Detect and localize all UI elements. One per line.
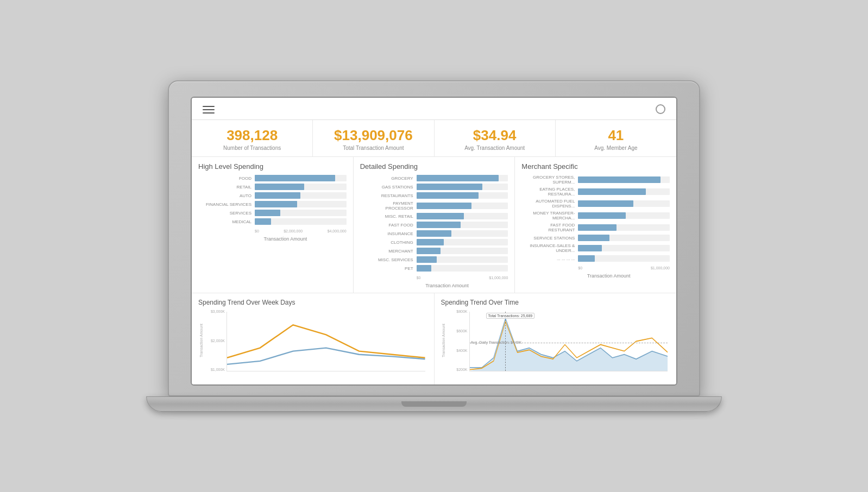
high-level-title: High Level Spending bbox=[198, 162, 347, 171]
detailed-bar-label-3: PAYMENT PROCESSOR bbox=[364, 201, 413, 211]
hamburger-line-1 bbox=[203, 106, 215, 107]
detailed-bar-fill-5 bbox=[417, 222, 461, 228]
merchant-bar-container-5 bbox=[578, 235, 670, 241]
detailed-bar-row-2: RESTAURANTS bbox=[364, 192, 508, 199]
detailed-bar-container-3 bbox=[417, 203, 508, 209]
merchant-axis-label-1: $1,000,000 bbox=[651, 266, 670, 270]
detailed-bar-container-2 bbox=[417, 192, 508, 199]
screen-bezel: 398,128 Number of Transactions $13,909,0… bbox=[168, 80, 700, 397]
merchant-axis: $0$1,000,000 bbox=[526, 266, 670, 270]
detailed-bar-label-6: INSURANCE bbox=[364, 231, 413, 236]
merchant-bar-container-6 bbox=[578, 245, 670, 251]
merchant-bar-row-7: ... ... ... ... bbox=[526, 255, 670, 262]
high-level-bar-container-5 bbox=[255, 218, 347, 225]
high-level-axis-label-1: $2,000,000 bbox=[284, 229, 303, 233]
detailed-bar-fill-8 bbox=[417, 248, 441, 254]
detailed-bar-fill-7 bbox=[417, 239, 444, 245]
high-level-bar-label-5: MEDICAL bbox=[203, 219, 251, 224]
title-area bbox=[652, 104, 665, 115]
detailed-bar-label-2: RESTAURANTS bbox=[364, 193, 413, 198]
detailed-bar-label-7: CLOTHING bbox=[364, 240, 413, 245]
detailed-bar-label-8: MERCHANT bbox=[364, 249, 413, 254]
merchant-bar-container-7 bbox=[578, 255, 670, 262]
merchant-bar-fill-7 bbox=[578, 255, 594, 262]
weekday-y-label-2: $1,000K bbox=[211, 368, 225, 371]
high-level-bar-row-3: FINANCIAL SERVICES bbox=[203, 201, 347, 207]
kpi-card-3: 41 Avg. Member Age bbox=[556, 120, 676, 157]
detailed-bar-fill-3 bbox=[417, 203, 471, 209]
merchant-axis-label-0: $0 bbox=[578, 266, 582, 270]
merchant-bar-label-1: EATING PLACES, RESTAURA... bbox=[526, 187, 575, 197]
high-level-bar-row-0: FOOD bbox=[203, 175, 347, 181]
detailed-bar-label-1: GAS STATIONS bbox=[364, 185, 413, 190]
weekday-trend-chart: Transaction Amount $3,000K$2,000K$1,000K bbox=[198, 310, 427, 380]
high-level-axis-label-0: $0 bbox=[255, 229, 259, 233]
detailed-axis-label-0: $0 bbox=[417, 276, 421, 280]
merchant-bar-label-7: ... ... ... ... bbox=[526, 256, 575, 261]
kpi-card-1: $13,909,076 Total Transaction Amount bbox=[313, 120, 434, 157]
high-level-bar-container-2 bbox=[255, 192, 347, 199]
time-y-label-3: $200K bbox=[456, 368, 467, 371]
detailed-bar-container-6 bbox=[417, 230, 508, 237]
weekday-svg bbox=[227, 312, 425, 371]
high-level-bar-row-4: SERVICES bbox=[203, 210, 347, 216]
detailed-bar-container-8 bbox=[417, 248, 508, 254]
charts-bottom: Spending Trend Over Week Days Transactio… bbox=[192, 293, 676, 384]
time-trend-title: Spending Trend Over Time bbox=[441, 299, 670, 306]
detailed-bar-container-1 bbox=[417, 184, 508, 190]
high-level-axis: $0$2,000,000$4,000,000 bbox=[203, 229, 347, 233]
detailed-bar-label-9: MISC. SERVICES bbox=[364, 257, 413, 262]
weekday-y-label-1: $2,000K bbox=[211, 339, 225, 343]
time-trend-panel: Spending Trend Over Time Transaction Amo… bbox=[435, 293, 677, 384]
detailed-bar-row-6: INSURANCE bbox=[364, 230, 508, 237]
kpi-label-2: Avg. Transaction Amount bbox=[443, 145, 546, 151]
time-trend-chart: Transaction Amount $800K$600K$400K$200K … bbox=[441, 310, 670, 380]
high-level-bar-label-4: SERVICES bbox=[203, 211, 251, 216]
time-y-label-0: $800K bbox=[456, 310, 467, 313]
high-level-panel: High Level SpendingFOODRETAILAUTOFINANCI… bbox=[192, 157, 354, 293]
kpi-label-3: Avg. Member Age bbox=[564, 145, 668, 151]
merchant-axis-title: Transaction Amount bbox=[526, 273, 670, 279]
detailed-bar-container-5 bbox=[417, 222, 508, 228]
laptop-base bbox=[146, 396, 722, 412]
detailed-axis-label-1: $1,000,000 bbox=[489, 276, 508, 280]
weekday-y-label-0: $3,000K bbox=[211, 310, 225, 313]
page-title bbox=[652, 104, 665, 114]
info-icon[interactable] bbox=[656, 104, 665, 114]
weekday-trend-title: Spending Trend Over Week Days bbox=[198, 299, 427, 306]
detailed-bar-fill-1 bbox=[417, 184, 482, 190]
detailed-bar-container-0 bbox=[417, 175, 508, 181]
merchant-bar-label-6: INSURANCE-SALES & UNDER... bbox=[526, 243, 575, 253]
high-level-axis-title: Transaction Amount bbox=[203, 236, 347, 242]
detailed-bar-row-5: FAST FOOD bbox=[364, 222, 508, 228]
high-level-bar-label-1: RETAIL bbox=[203, 185, 251, 190]
detailed-bar-fill-10 bbox=[417, 265, 431, 272]
hamburger-line-2 bbox=[203, 109, 215, 110]
detailed-panel: Detailed SpendingGROCERYGAS STATIONSREST… bbox=[354, 157, 515, 293]
detailed-title: Detailed Spending bbox=[360, 162, 508, 171]
high-level-bar-label-2: AUTO bbox=[203, 193, 251, 198]
merchant-bar-row-1: EATING PLACES, RESTAURA... bbox=[526, 187, 670, 197]
merchant-bar-fill-4 bbox=[578, 224, 617, 231]
kpi-card-0: 398,128 Number of Transactions bbox=[192, 120, 313, 157]
detailed-bar-fill-9 bbox=[417, 256, 437, 263]
kpi-value-3: 41 bbox=[564, 128, 668, 143]
app-header bbox=[192, 98, 676, 120]
svg-marker-0 bbox=[470, 318, 668, 371]
detailed-bar-label-10: PET bbox=[364, 266, 413, 271]
laptop-hinge bbox=[401, 401, 467, 407]
kpi-card-2: $34.94 Avg. Transaction Amount bbox=[435, 120, 556, 157]
merchant-bar-label-0: GROCERY STORES, SUPERM... bbox=[526, 175, 575, 185]
weekday-y-axis-label: Transaction Amount bbox=[199, 324, 203, 357]
detailed-bar-container-10 bbox=[417, 265, 508, 272]
high-level-bar-container-0 bbox=[255, 175, 347, 181]
detailed-bar-row-1: GAS STATIONS bbox=[364, 184, 508, 190]
laptop-container: 398,128 Number of Transactions $13,909,0… bbox=[168, 80, 700, 412]
kpi-label-0: Number of Transactions bbox=[200, 145, 304, 151]
merchant-bar-container-1 bbox=[578, 188, 670, 195]
merchant-bar-fill-5 bbox=[578, 235, 609, 241]
hamburger-menu[interactable] bbox=[203, 106, 215, 113]
detailed-bar-label-5: FAST FOOD bbox=[364, 223, 413, 228]
merchant-bar-container-3 bbox=[578, 212, 670, 219]
merchant-bar-row-5: SERVICE STATIONS bbox=[526, 235, 670, 241]
